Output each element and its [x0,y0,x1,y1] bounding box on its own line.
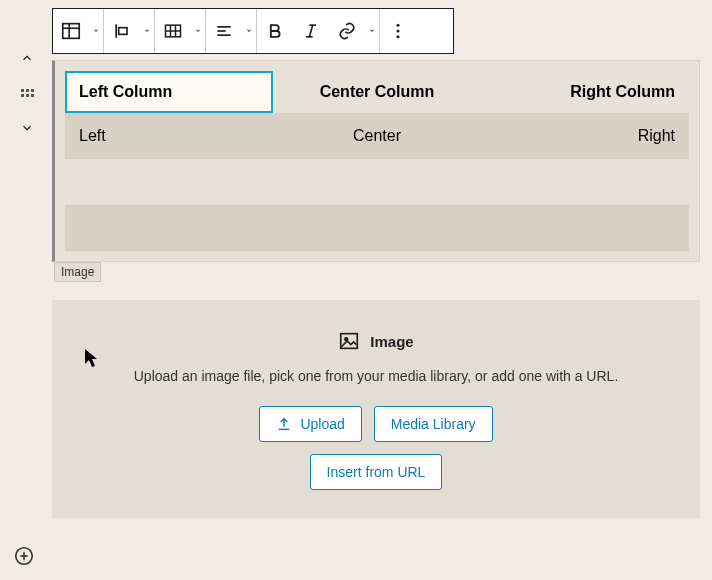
svg-line-18 [309,25,312,37]
more-vertical-icon [388,21,408,41]
svg-point-20 [397,24,400,27]
svg-marker-19 [370,30,375,33]
media-library-button[interactable]: Media Library [374,406,493,442]
chevron-up-icon [20,51,34,65]
svg-marker-11 [196,30,201,33]
table-header-cell[interactable]: Left Column [65,71,273,113]
drag-handle[interactable] [20,86,34,100]
text-align-icon [214,21,234,41]
more-options-button[interactable] [380,9,416,53]
table-cell[interactable] [273,205,481,251]
upload-icon [276,416,292,432]
table-grid-icon [163,21,183,41]
move-up-button[interactable] [13,36,41,80]
add-block-button[interactable] [12,544,36,568]
breadcrumb[interactable]: Image [54,262,101,282]
image-icon [338,330,360,352]
table-block-icon [60,20,82,42]
table-cell[interactable]: Center [273,113,481,159]
bold-button[interactable] [257,9,293,53]
edit-table-button[interactable] [155,9,191,53]
bold-icon [265,21,285,41]
italic-icon [301,21,321,41]
svg-rect-0 [63,24,80,39]
table-cell[interactable] [273,159,481,205]
svg-marker-6 [145,30,150,33]
more-format-dropdown[interactable] [365,9,379,53]
link-icon [337,21,357,41]
chevron-down-icon [142,26,152,36]
table-header-row: Left Column Center Column Right Column [65,71,689,113]
chevron-down-icon [244,26,254,36]
table-cell[interactable]: Left [65,113,273,159]
table-cell[interactable]: Right [481,113,689,159]
align-dropdown[interactable] [140,9,154,53]
insert-from-url-button[interactable]: Insert from URL [310,454,443,490]
plus-circle-icon [13,545,35,567]
align-left-icon [112,21,132,41]
align-button[interactable] [104,9,140,53]
chevron-down-icon [367,26,377,36]
link-button[interactable] [329,9,365,53]
column-align-button[interactable] [206,9,242,53]
edit-table-dropdown[interactable] [191,9,205,53]
media-library-button-label: Media Library [391,416,476,432]
table-cell[interactable] [481,205,689,251]
table-row: Left Center Right [65,113,689,159]
image-block-description: Upload an image file, pick one from your… [76,368,676,384]
svg-rect-5 [119,28,127,35]
table-header-cell[interactable]: Right Column [481,71,689,113]
table-block[interactable]: Left Column Center Column Right Column L… [52,60,700,262]
chevron-down-icon [91,26,101,36]
italic-button[interactable] [293,9,329,53]
upload-button[interactable]: Upload [259,406,361,442]
block-type-button[interactable] [53,9,89,53]
svg-rect-23 [341,334,358,349]
svg-point-22 [397,35,400,38]
chevron-down-icon [20,121,34,135]
block-type-dropdown[interactable] [89,9,103,53]
table-row [65,205,689,251]
image-block-title: Image [370,333,413,350]
upload-button-label: Upload [300,416,344,432]
table-cell[interactable] [65,159,273,205]
move-down-button[interactable] [13,106,41,150]
insert-from-url-button-label: Insert from URL [327,464,426,480]
svg-marker-15 [247,30,252,33]
table-cell[interactable] [65,205,273,251]
svg-marker-3 [94,30,99,33]
chevron-down-icon [193,26,203,36]
table-cell[interactable] [481,159,689,205]
column-align-dropdown[interactable] [242,9,256,53]
table-row [65,159,689,205]
table-header-cell[interactable]: Center Column [273,71,481,113]
block-toolbar [52,8,454,54]
svg-point-21 [397,30,400,33]
image-block-placeholder[interactable]: Image Upload an image file, pick one fro… [52,300,700,518]
